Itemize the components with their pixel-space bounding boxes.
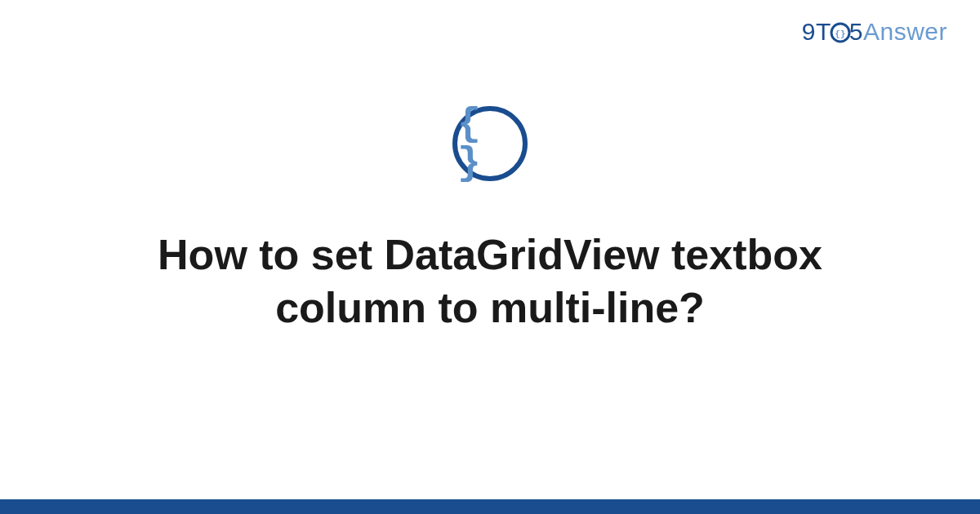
logo-o-icon: {} xyxy=(830,22,851,43)
svg-text:{}: {} xyxy=(835,29,846,39)
main-content: { } How to set DataGridView textbox colu… xyxy=(0,106,980,335)
logo-five: 5 xyxy=(849,18,863,45)
braces-icon: { } xyxy=(457,104,523,183)
question-title: How to set DataGridView textbox column t… xyxy=(82,228,898,335)
logo-answer: Answer xyxy=(863,18,947,45)
site-logo[interactable]: 9T{}5Answer xyxy=(802,18,947,46)
code-icon: { } xyxy=(452,106,528,181)
footer-bar xyxy=(0,499,980,514)
logo-nine: 9 xyxy=(802,18,816,45)
